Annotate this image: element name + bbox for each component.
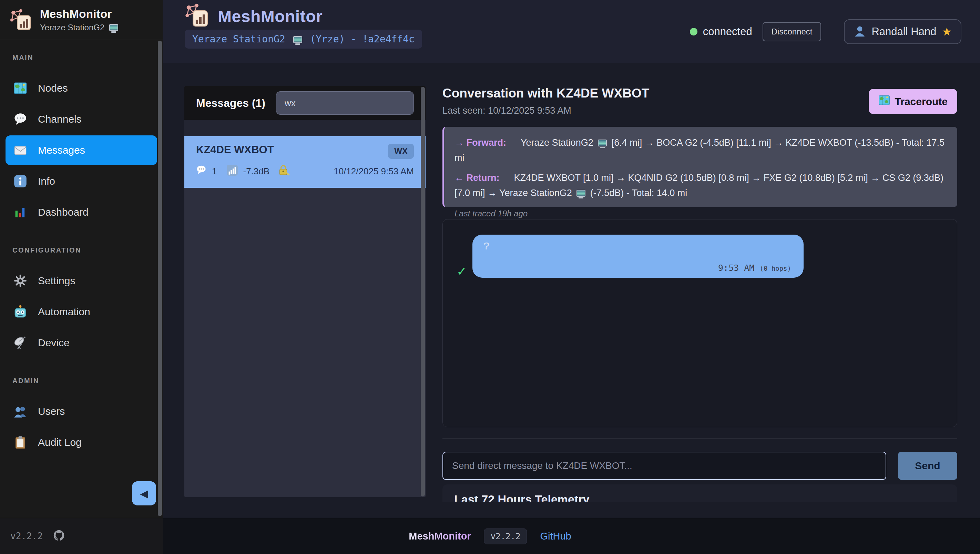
conversation-item-timestamp: 10/12/2025 9:53 AM — [334, 166, 414, 177]
star-icon: ★ — [942, 25, 952, 38]
sidebar-nav: MAIN Nodes Channels Messages — [0, 40, 163, 457]
messages-list-gap — [185, 120, 426, 136]
sidebar-version: v2.2.2 — [10, 531, 43, 541]
telemetry-panel: Last 72 Hours Telemetry — [442, 484, 957, 501]
sidebar-item-label: Dashboard — [38, 206, 89, 218]
envelope-icon — [13, 143, 27, 158]
app-header: MeshMonitor Yeraze StationG2 (Yrze) - !a… — [163, 0, 980, 63]
sidebar-item-info[interactable]: Info — [5, 166, 157, 196]
sidebar-item-label: Device — [38, 337, 70, 349]
sidebar-item-label: Channels — [38, 113, 82, 125]
content-area: Messages (1) KZ4DE WXBOT WX 1 — [163, 63, 980, 518]
messages-search-input[interactable] — [276, 91, 414, 115]
conversation-item-meta: 1 -7.3dB — [196, 164, 290, 178]
sidebar-item-device[interactable]: Device — [5, 328, 157, 358]
messages-panel-header: Messages (1) — [185, 86, 426, 120]
sidebar-item-label: Users — [38, 406, 65, 417]
speech-balloon-icon — [196, 165, 207, 178]
traceroute-button-label: Traceroute — [895, 96, 948, 108]
desktop-computer-icon — [598, 140, 607, 146]
snr-value: -7.3dB — [243, 166, 269, 177]
sidebar-item-label: Audit Log — [38, 436, 82, 448]
sidebar-footer: v2.2.2 — [0, 518, 163, 554]
direct-message-input[interactable] — [442, 452, 886, 480]
sidebar-item-label: Messages — [38, 144, 85, 156]
sidebar-section-main: MAIN — [0, 54, 163, 62]
sidebar-header: MeshMonitor Yeraze StationG2 — [0, 0, 163, 40]
message-timestamp: 9:53 AM (0 hops) — [718, 263, 791, 273]
clipboard-icon — [13, 435, 27, 450]
meshmonitor-logo-icon — [9, 8, 32, 32]
route-return-label: ← Return: — [455, 173, 500, 183]
page-title: MeshMonitor — [218, 7, 323, 26]
route-info-box: → Forward:Yeraze StationG2 [6.4 mi] → BO… — [442, 127, 957, 207]
sidebar-section-admin: ADMIN — [0, 377, 163, 385]
sidebar-item-messages[interactable]: Messages — [5, 135, 157, 165]
message-text: ? — [484, 240, 489, 252]
footer-version-badge: v2.2.2 — [484, 529, 527, 544]
disconnect-button[interactable]: Disconnect — [762, 22, 821, 41]
busts-icon — [13, 404, 27, 419]
footer-content: MeshMonitor v2.2.2 GitHub — [409, 518, 571, 554]
message-thread-container: ? 9:53 AM (0 hops) ✓ — [442, 219, 957, 427]
route-return-line: ← Return:KZ4DE WXBOT [1.0 mi] → KQ4NID G… — [455, 170, 947, 201]
sidebar-item-dashboard[interactable]: Dashboard — [5, 197, 157, 227]
gear-icon — [13, 274, 27, 288]
conversation-header: Conversation with KZ4DE WXBOT Last seen:… — [442, 86, 957, 116]
sidebar-item-label: Settings — [38, 275, 75, 287]
app-footer: MeshMonitor v2.2.2 GitHub — [163, 518, 980, 554]
sidebar-scrollbar[interactable] — [158, 41, 162, 516]
message-count: 1 — [212, 166, 217, 177]
send-button[interactable]: Send — [898, 452, 957, 480]
sidebar-item-label: Info — [38, 175, 55, 187]
satellite-antenna-icon — [13, 336, 27, 350]
messages-list-scrollbar[interactable] — [421, 87, 425, 497]
sidebar: MeshMonitor Yeraze StationG2 MAIN Nodes … — [0, 0, 163, 554]
locked-with-key-icon — [278, 164, 290, 178]
chevron-left-icon: ◀ — [140, 487, 148, 500]
speech-balloon-icon — [13, 112, 27, 126]
footer-github-link[interactable]: GitHub — [540, 530, 571, 542]
route-return-text: KZ4DE WXBOT [1.0 mi] → KQ4NID G2 (10.5dB… — [455, 173, 943, 198]
station-badge[interactable]: Yeraze StationG2 (Yrze) - !a2e4ff4c — [185, 30, 422, 49]
header-right-cluster: connected Disconnect Randall Hand ★ — [690, 0, 961, 63]
message-bubble-outgoing: ? 9:53 AM (0 hops) — [473, 235, 803, 278]
route-forward-text: Yeraze StationG2 [6.4 mi] → BOCA G2 (-4.… — [455, 137, 945, 163]
messages-panel-title: Messages (1) — [196, 97, 265, 110]
composer-divider — [442, 438, 957, 439]
sidebar-item-channels[interactable]: Channels — [5, 104, 157, 134]
main-area: MeshMonitor Yeraze StationG2 (Yrze) - !a… — [163, 0, 980, 554]
route-forward-line: → Forward:Yeraze StationG2 [6.4 mi] → BO… — [455, 135, 947, 166]
desktop-computer-icon — [293, 36, 302, 43]
bust-icon — [854, 25, 866, 38]
github-octocat-icon[interactable] — [52, 528, 66, 544]
world-map-icon — [878, 94, 890, 108]
sidebar-app-title: MeshMonitor — [40, 8, 120, 21]
sidebar-collapse-button[interactable]: ◀ — [132, 481, 156, 505]
user-name: Randall Hand — [872, 25, 936, 38]
sidebar-item-automation[interactable]: Automation — [5, 297, 157, 326]
sidebar-item-users[interactable]: Users — [5, 396, 157, 426]
information-icon — [13, 174, 27, 188]
message-time: 9:53 AM — [718, 263, 754, 273]
conversation-item-name: KZ4DE WXBOT — [196, 144, 274, 156]
sidebar-item-audit-log[interactable]: Audit Log — [5, 428, 157, 457]
desktop-computer-icon — [109, 24, 118, 31]
conversation-list-item-selected[interactable]: KZ4DE WXBOT WX 1 -7.3dB — [185, 136, 426, 188]
desktop-computer-icon — [576, 190, 585, 197]
sidebar-item-nodes[interactable]: Nodes — [5, 73, 157, 103]
robot-icon — [13, 304, 27, 319]
messages-panel: Messages (1) KZ4DE WXBOT WX 1 — [185, 86, 426, 497]
bar-chart-icon — [13, 205, 27, 220]
traceroute-button[interactable]: Traceroute — [869, 89, 957, 114]
connected-status-dot — [690, 28, 697, 35]
connection-status-label: connected — [703, 25, 752, 38]
user-menu-chip[interactable]: Randall Hand ★ — [844, 19, 961, 44]
sidebar-item-settings[interactable]: Settings — [5, 266, 157, 296]
message-hops: (0 hops) — [759, 264, 791, 272]
signal-bars-icon — [226, 164, 238, 178]
sidebar-station-subtitle: Yeraze StationG2 — [40, 23, 120, 32]
world-map-icon — [13, 81, 27, 96]
sidebar-section-configuration: CONFIGURATION — [0, 246, 163, 254]
route-forward-label: → Forward: — [455, 137, 506, 148]
